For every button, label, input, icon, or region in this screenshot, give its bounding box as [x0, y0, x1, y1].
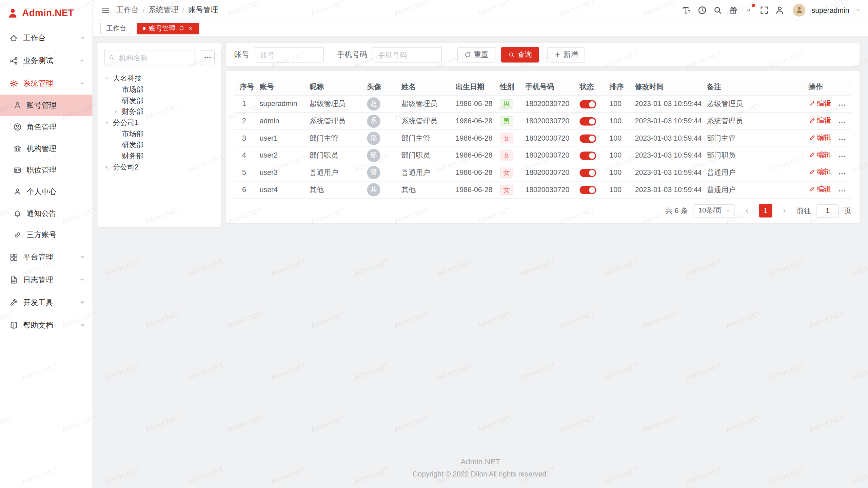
fullscreen-icon[interactable]	[760, 5, 769, 15]
sidebar-item-label: 系统管理	[23, 78, 79, 88]
prev-page-button[interactable]	[740, 204, 753, 217]
sidebar-subitem-2-4[interactable]: 个人中心	[0, 181, 93, 203]
row-more-button[interactable]	[838, 118, 846, 126]
sidebar-item-1[interactable]: 业务测试	[0, 49, 93, 72]
global-search-icon[interactable]	[713, 5, 723, 15]
sidebar-item-4[interactable]: 日志管理	[0, 268, 93, 291]
profile-icon[interactable]	[775, 5, 785, 15]
tree-node-6[interactable]: 研发部	[104, 139, 215, 150]
tree-node-label: 研发部	[122, 140, 143, 150]
tree-node-3[interactable]: 财务部	[104, 106, 215, 117]
edit-button[interactable]: 编辑	[808, 99, 831, 108]
row-more-button[interactable]	[838, 152, 846, 160]
tree-caret-spacer	[113, 129, 122, 138]
sidebar-subitem-2-1[interactable]: 角色管理	[0, 116, 93, 138]
reset-button[interactable]: 重置	[457, 47, 496, 63]
sidebar-subitem-2-5[interactable]: 通知公告	[0, 203, 93, 224]
status-switch[interactable]	[579, 117, 596, 125]
cell-index: 2	[234, 112, 254, 129]
sidebar-item-2[interactable]: 系统管理	[0, 72, 93, 95]
org-more-button[interactable]	[200, 50, 215, 65]
breadcrumb-item-1[interactable]: 系统管理	[149, 5, 178, 15]
cell-remark: 部门职员	[702, 147, 803, 164]
status-switch[interactable]	[579, 100, 596, 108]
sidebar-item-3[interactable]: 平台管理	[0, 246, 93, 268]
breadcrumb-item-0[interactable]: 工作台	[116, 5, 139, 15]
caret-right-icon[interactable]	[113, 107, 122, 116]
cell-name: 普通用户	[396, 164, 450, 181]
sidebar-item-5[interactable]: 开发工具	[0, 291, 93, 314]
tab-close-icon[interactable]	[188, 25, 193, 31]
gender-badge: 女	[500, 133, 513, 143]
sidebar-subitem-2-2[interactable]: 机构管理	[0, 138, 93, 160]
notification-bell-icon[interactable]	[744, 5, 753, 15]
org-search-input[interactable]	[104, 50, 195, 65]
query-button[interactable]: 查询	[501, 47, 539, 63]
account-table: 序号账号昵称头像姓名出生日期性别手机号码状态排序修改时间备注操作1superad…	[234, 79, 851, 198]
caret-down-icon[interactable]	[104, 74, 113, 83]
tree-node-1[interactable]: 市场部	[104, 84, 215, 95]
tree-node-5[interactable]: 市场部	[104, 128, 215, 140]
username[interactable]: superadmin	[812, 6, 849, 14]
next-page-button[interactable]	[778, 204, 791, 217]
logo[interactable]: Admin.NET	[0, 0, 93, 26]
row-more-button[interactable]	[838, 101, 846, 109]
status-switch[interactable]	[579, 134, 596, 142]
cell-modified-time: 2023-01-03 10:59:44	[629, 181, 701, 198]
tree-node-7[interactable]: 财务部	[104, 150, 215, 162]
gift-icon[interactable]	[729, 5, 738, 15]
edit-icon	[808, 152, 815, 159]
row-avatar: 部	[367, 148, 380, 162]
sidebar-subitem-2-6[interactable]: 三方账号	[0, 224, 93, 246]
user-avatar[interactable]	[793, 4, 806, 17]
goto-page-input[interactable]	[816, 204, 839, 217]
edit-button[interactable]: 编辑	[808, 133, 831, 143]
gear-icon	[9, 79, 18, 88]
tree-node-2[interactable]: 研发部	[104, 95, 215, 106]
row-more-button[interactable]	[838, 170, 846, 178]
row-more-button[interactable]	[838, 136, 846, 143]
cell-gender: 女	[494, 181, 520, 198]
row-more-button[interactable]	[838, 187, 846, 195]
collapse-menu-icon[interactable]	[101, 5, 110, 15]
add-button[interactable]: 新增	[547, 47, 585, 63]
edit-button[interactable]: 编辑	[808, 116, 831, 126]
page-1-button[interactable]: 1	[759, 204, 772, 217]
user-icon	[13, 101, 21, 109]
tab-0[interactable]: 工作台	[100, 22, 133, 34]
refresh-icon	[465, 52, 471, 58]
sidebar-item-label: 工作台	[23, 33, 79, 43]
status-switch[interactable]	[579, 151, 596, 160]
sidebar-subitem-2-0[interactable]: 账号管理	[0, 95, 93, 116]
tree-node-4[interactable]: 分公司1	[104, 117, 215, 128]
column-header-3: 头像	[361, 79, 396, 95]
edit-button[interactable]: 编辑	[808, 184, 831, 194]
caret-right-icon[interactable]	[104, 163, 113, 171]
phone-filter-input[interactable]	[373, 47, 442, 63]
page-size-select[interactable]: 10条/页	[693, 204, 734, 217]
sidebar-subitem-2-3[interactable]: 职位管理	[0, 159, 93, 181]
content-area: 大名科技市场部研发部财务部分公司1市场部研发部财务部分公司2 账号 手机号码 重…	[93, 37, 868, 451]
status-switch[interactable]	[579, 168, 596, 177]
sidebar-item-6[interactable]: 帮助文档	[0, 314, 93, 337]
edit-button[interactable]: 编辑	[808, 150, 831, 160]
bell-icon	[13, 209, 21, 217]
chevron-down-icon[interactable]	[855, 7, 861, 13]
account-filter-input[interactable]	[255, 47, 324, 63]
main-area: 工作台/系统管理/账号管理 superadmin 工作台账号管理	[93, 0, 868, 488]
tab-refresh-icon[interactable]	[179, 25, 184, 31]
status-switch[interactable]	[579, 186, 596, 194]
screen-lock-icon[interactable]	[697, 5, 707, 15]
edit-button[interactable]: 编辑	[808, 167, 831, 177]
sidebar-menu: 工作台业务测试系统管理账号管理角色管理机构管理职位管理个人中心通知公告三方账号平…	[0, 26, 93, 336]
font-size-icon[interactable]	[682, 5, 692, 15]
avatar-person-icon	[795, 6, 803, 14]
sidebar-item-0[interactable]: 工作台	[0, 26, 93, 49]
caret-down-icon[interactable]	[104, 118, 113, 127]
tree-node-0[interactable]: 大名科技	[104, 73, 215, 84]
tree-node-8[interactable]: 分公司2	[104, 162, 215, 173]
cell-nickname: 普通用户	[304, 164, 361, 181]
footer-title: Admin.NET	[93, 457, 868, 466]
tab-1[interactable]: 账号管理	[137, 22, 199, 34]
cell-gender: 女	[494, 129, 520, 147]
